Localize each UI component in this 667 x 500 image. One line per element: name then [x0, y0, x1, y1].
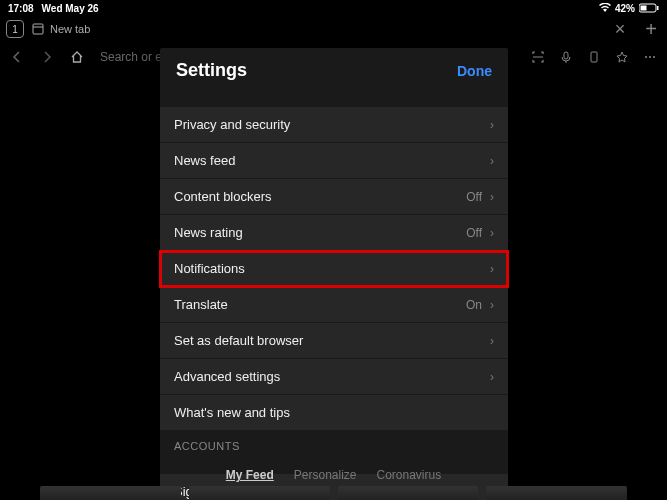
chevron-right-icon: ›	[490, 334, 494, 348]
thumbnail[interactable]	[40, 486, 181, 500]
row-label: Set as default browser	[174, 333, 303, 348]
chevron-right-icon: ›	[490, 262, 494, 276]
settings-title: Settings	[176, 60, 247, 81]
row-label: Advanced settings	[174, 369, 280, 384]
chevron-right-icon: ›	[490, 298, 494, 312]
tab-page-icon	[32, 23, 44, 35]
done-button[interactable]: Done	[457, 63, 492, 79]
chevron-right-icon: ›	[490, 154, 494, 168]
feed-tab-coronavirus[interactable]: Coronavirus	[377, 468, 442, 482]
row-privacy-security[interactable]: Privacy and security ›	[160, 107, 508, 143]
svg-point-8	[649, 56, 651, 58]
settings-modal: Settings Done Privacy and security › New…	[160, 48, 508, 500]
row-advanced-settings[interactable]: Advanced settings ›	[160, 359, 508, 395]
row-whats-new[interactable]: What's new and tips	[160, 395, 508, 430]
row-value: Off	[466, 226, 482, 240]
row-default-browser[interactable]: Set as default browser ›	[160, 323, 508, 359]
row-content-blockers[interactable]: Content blockers Off›	[160, 179, 508, 215]
tab-bar: 1 New tab × +	[0, 16, 667, 42]
svg-rect-1	[641, 6, 647, 11]
thumbnail[interactable]	[338, 486, 479, 500]
home-button[interactable]	[70, 50, 84, 64]
feed-thumbnails	[0, 486, 667, 500]
row-value: On	[466, 298, 482, 312]
row-label: News feed	[174, 153, 235, 168]
settings-section-general: Privacy and security › News feed › Conte…	[160, 107, 508, 430]
row-news-feed[interactable]: News feed ›	[160, 143, 508, 179]
thumbnail[interactable]	[486, 486, 627, 500]
status-bar: 17:08 Wed May 26 42%	[0, 0, 667, 16]
tab-label: New tab	[50, 23, 90, 35]
row-news-rating[interactable]: News rating Off›	[160, 215, 508, 251]
row-notifications[interactable]: Notifications ›	[160, 251, 508, 287]
row-label: News rating	[174, 225, 243, 240]
tab-add-button[interactable]: +	[641, 18, 661, 41]
tab-count-value: 1	[12, 24, 18, 35]
chevron-right-icon: ›	[490, 190, 494, 204]
accounts-header: ACCOUNTS	[160, 430, 508, 458]
chevron-right-icon: ›	[490, 118, 494, 132]
tab-current[interactable]: New tab	[32, 23, 90, 35]
row-label: Content blockers	[174, 189, 272, 204]
tab-count-button[interactable]: 1	[6, 20, 24, 38]
row-label: What's new and tips	[174, 405, 290, 420]
row-translate[interactable]: Translate On›	[160, 287, 508, 323]
thumbnail[interactable]	[189, 486, 330, 500]
favorites-icon[interactable]	[615, 50, 629, 64]
svg-rect-3	[33, 24, 43, 34]
battery-percent: 42%	[615, 3, 635, 14]
svg-rect-5	[564, 52, 568, 59]
battery-icon	[639, 3, 659, 13]
device-icon[interactable]	[587, 50, 601, 64]
status-date: Wed May 26	[42, 3, 99, 14]
forward-button[interactable]	[40, 50, 54, 64]
back-button[interactable]	[10, 50, 24, 64]
row-label: Privacy and security	[174, 117, 290, 132]
wifi-icon	[599, 3, 611, 13]
svg-rect-6	[591, 52, 597, 62]
feed-tab-myfeed[interactable]: My Feed	[226, 468, 274, 482]
chevron-right-icon: ›	[490, 226, 494, 240]
status-time: 17:08	[8, 3, 34, 14]
row-label: Translate	[174, 297, 228, 312]
svg-rect-2	[657, 6, 659, 10]
feed-tabs: My Feed Personalize Coronavirus	[0, 468, 667, 482]
tab-close-button[interactable]: ×	[607, 19, 634, 40]
chevron-right-icon: ›	[490, 370, 494, 384]
row-label: Notifications	[174, 261, 245, 276]
more-icon[interactable]	[643, 50, 657, 64]
scan-icon[interactable]	[531, 50, 545, 64]
mic-icon[interactable]	[559, 50, 573, 64]
row-value: Off	[466, 190, 482, 204]
svg-point-9	[653, 56, 655, 58]
feed-tab-personalize[interactable]: Personalize	[294, 468, 357, 482]
svg-point-7	[645, 56, 647, 58]
